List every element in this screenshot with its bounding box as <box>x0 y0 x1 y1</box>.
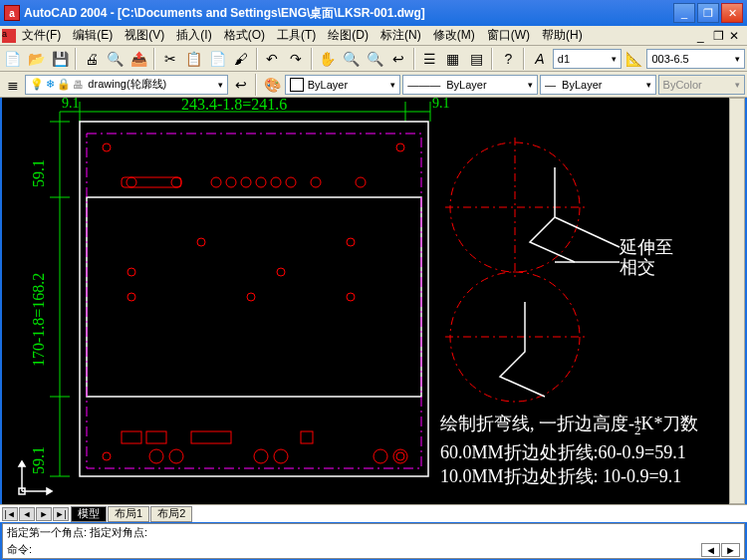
pan-button[interactable]: ✋ <box>317 48 339 70</box>
note-bend-formula: 绘制折弯线, 一折边高度-12K*刀数 <box>440 412 699 435</box>
maximize-button[interactable]: ❐ <box>697 3 719 23</box>
svg-point-25 <box>356 177 366 187</box>
command-input[interactable] <box>36 544 701 556</box>
note-10mm: 10.0MM折边处折线: 10-0.9=9.1 <box>440 464 681 488</box>
annotation-extend-2: 相交 <box>620 255 655 279</box>
svg-point-24 <box>311 177 321 187</box>
new-button[interactable]: 📄 <box>2 48 24 70</box>
svg-point-22 <box>271 177 281 187</box>
svg-point-38 <box>393 449 407 463</box>
mdi-close-button[interactable]: ✕ <box>729 29 745 43</box>
cmd-scroll-left[interactable]: ◄ <box>701 543 720 557</box>
color-button[interactable]: 🎨 <box>261 74 282 96</box>
layers-toolbar: ≣ 💡❄🔒🖶 drawing(轮廓线)▾ ↩ 🎨 ByLayer▾ ———ByL… <box>0 72 747 98</box>
cmd-scroll-right[interactable]: ► <box>721 543 740 557</box>
svg-point-18 <box>211 177 221 187</box>
svg-marker-57 <box>19 461 25 466</box>
dim-left-bot: 59.1 <box>30 446 48 474</box>
menu-edit[interactable]: 编辑(E) <box>67 27 119 44</box>
tab-last-button[interactable]: ►| <box>53 507 69 521</box>
svg-point-27 <box>347 238 355 246</box>
svg-point-26 <box>197 238 205 246</box>
toolpalette-button[interactable]: ▤ <box>466 48 488 70</box>
minimize-button[interactable]: _ <box>673 3 695 23</box>
svg-rect-42 <box>191 431 231 443</box>
dim-top-left: 9.1 <box>62 98 80 112</box>
copy-button[interactable]: 📋 <box>183 48 205 70</box>
svg-point-19 <box>226 177 236 187</box>
help-button[interactable]: ? <box>497 48 519 70</box>
svg-point-21 <box>256 177 266 187</box>
note-60mm: 60.0MM折边处折线:60-0.9=59.1 <box>440 440 686 464</box>
menu-tools[interactable]: 工具(T) <box>271 27 322 44</box>
designcenter-button[interactable]: ▦ <box>442 48 464 70</box>
undo-button[interactable]: ↶ <box>262 48 284 70</box>
menu-window[interactable]: 窗口(W) <box>481 27 536 44</box>
tab-prev-button[interactable]: ◄ <box>19 507 35 521</box>
close-button[interactable]: ✕ <box>721 3 743 23</box>
svg-point-13 <box>396 143 404 151</box>
svg-rect-40 <box>122 431 141 443</box>
save-button[interactable]: 💾 <box>49 48 71 70</box>
svg-rect-10 <box>87 197 421 397</box>
color-dropdown[interactable]: ByLayer▾ <box>285 75 401 95</box>
publish-button[interactable]: 📤 <box>127 48 149 70</box>
dimstyle-button[interactable]: 📐 <box>623 48 645 70</box>
menu-dim[interactable]: 标注(N) <box>374 27 427 44</box>
plotstyle-dropdown: ByColor▾ <box>658 75 745 95</box>
menu-format[interactable]: 格式(O) <box>218 27 271 44</box>
zoom-window-button[interactable]: 🔍 <box>364 48 385 70</box>
menu-view[interactable]: 视图(V) <box>119 27 170 44</box>
layermgr-button[interactable]: ≣ <box>2 74 23 96</box>
tab-first-button[interactable]: |◄ <box>2 507 18 521</box>
layerprev-button[interactable]: ↩ <box>230 74 251 96</box>
paste-button[interactable]: 📄 <box>206 48 228 70</box>
redo-button[interactable]: ↷ <box>285 48 307 70</box>
tab-layout2[interactable]: 布局2 <box>150 506 192 522</box>
linetype-dropdown[interactable]: ———ByLayer▾ <box>402 75 538 95</box>
menu-insert[interactable]: 插入(I) <box>170 27 217 44</box>
matchprop-button[interactable]: 🖌 <box>230 48 252 70</box>
dim-left-top: 59.1 <box>30 159 48 187</box>
title-bar: a AutoCAD 2004 - [C:\Documents and Setti… <box>0 0 747 26</box>
svg-point-16 <box>126 177 136 187</box>
properties-button[interactable]: ☰ <box>419 48 441 70</box>
menu-modify[interactable]: 修改(M) <box>427 27 481 44</box>
menu-draw[interactable]: 绘图(D) <box>322 27 374 44</box>
svg-rect-11 <box>87 134 421 468</box>
svg-line-49 <box>555 217 620 247</box>
svg-point-23 <box>286 177 296 187</box>
svg-point-12 <box>103 143 111 151</box>
svg-point-15 <box>396 452 404 460</box>
dimstyle-dropdown[interactable]: 003-6.5▾ <box>646 49 744 69</box>
doc-icon[interactable]: a <box>2 29 16 43</box>
mdi-restore-button[interactable]: ❐ <box>713 29 729 43</box>
layer-dropdown[interactable]: 💡❄🔒🖶 drawing(轮廓线)▾ <box>25 75 228 95</box>
menu-help[interactable]: 帮助(H) <box>536 27 589 44</box>
hscroll[interactable] <box>194 507 745 521</box>
menu-file[interactable]: 文件(F) <box>16 27 67 44</box>
tab-model[interactable]: 模型 <box>71 506 107 522</box>
open-button[interactable]: 📂 <box>26 48 48 70</box>
textstyle-dropdown[interactable]: d1▾ <box>553 49 622 69</box>
layout-tabs-row: |◄ ◄ ► ►| 模型 布局1 布局2 <box>0 504 747 522</box>
tab-next-button[interactable]: ► <box>36 507 52 521</box>
tab-layout1[interactable]: 布局1 <box>108 506 149 522</box>
command-window: 指定第一个角点: 指定对角点: 命令: ◄ ► <box>2 523 745 559</box>
vscroll[interactable] <box>729 98 745 504</box>
svg-point-33 <box>149 449 163 463</box>
preview-button[interactable]: 🔍 <box>105 48 126 70</box>
mdi-minimize-button[interactable]: _ <box>697 29 713 43</box>
zoom-button[interactable]: 🔍 <box>341 48 363 70</box>
cut-button[interactable]: ✂ <box>159 48 181 70</box>
window-title: AutoCAD 2004 - [C:\Documents and Setting… <box>24 5 671 22</box>
textstyle-button[interactable]: A <box>529 48 551 70</box>
svg-point-30 <box>127 293 135 301</box>
drawing-area[interactable]: 243.4-1.8=241.6 9.1 9.1 59.1 170-1.8=168… <box>2 98 745 504</box>
svg-point-31 <box>247 293 255 301</box>
svg-point-32 <box>347 293 355 301</box>
print-button[interactable]: 🖨 <box>81 48 103 70</box>
zoom-prev-button[interactable]: ↩ <box>387 48 409 70</box>
lineweight-dropdown[interactable]: —ByLayer▾ <box>540 75 656 95</box>
svg-point-29 <box>277 268 285 276</box>
